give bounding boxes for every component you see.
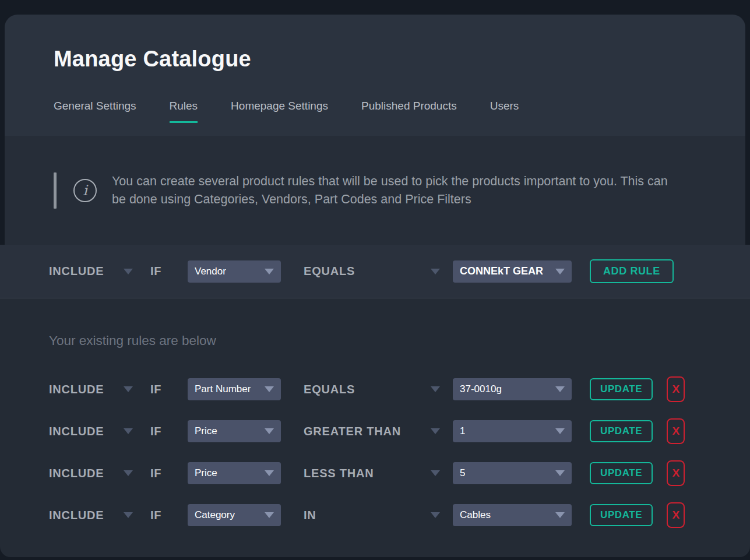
chevron-down-icon xyxy=(265,386,274,392)
rule-operator-label[interactable]: EQUALS xyxy=(304,383,431,396)
rule-operator-label[interactable]: LESS THAN xyxy=(304,467,431,480)
chevron-down-icon[interactable] xyxy=(431,269,440,274)
chevron-down-icon[interactable] xyxy=(431,470,440,476)
update-rule-button[interactable]: UPDATE xyxy=(590,504,653,526)
info-icon: i xyxy=(73,179,97,202)
chevron-down-icon[interactable] xyxy=(124,269,133,274)
delete-rule-button[interactable]: X xyxy=(667,502,685,528)
chevron-down-icon xyxy=(265,512,274,518)
rule-value: 37-0010g xyxy=(460,383,502,395)
rule-action-label[interactable]: INCLUDE xyxy=(49,383,124,396)
rule-value-dropdown[interactable]: 5 xyxy=(453,462,572,484)
rule-value-dropdown[interactable]: 37-0010g xyxy=(453,378,572,400)
tab-rules[interactable]: Rules xyxy=(170,100,198,123)
info-banner-inner: i You can create several product rules t… xyxy=(54,172,683,209)
rule-field-value: Price xyxy=(195,467,217,479)
chevron-down-icon[interactable] xyxy=(124,512,133,518)
rule-operator-label[interactable]: IN xyxy=(304,509,431,522)
add-rule-button[interactable]: ADD RULE xyxy=(590,259,674,283)
chevron-down-icon xyxy=(265,269,274,274)
page-title: Manage Catalogue xyxy=(54,47,745,72)
rule-value: 5 xyxy=(460,467,465,479)
chevron-down-icon[interactable] xyxy=(124,428,133,434)
rule-if-label: IF xyxy=(150,425,188,438)
existing-rules-card: Your existing rules are below INCLUDE IF… xyxy=(0,298,750,557)
manage-catalogue-card: Manage Catalogue General Settings Rules … xyxy=(5,15,745,245)
chevron-down-icon[interactable] xyxy=(124,386,133,392)
rule-builder-row: INCLUDE IF Vendor EQUALS CONNEkT GEAR AD… xyxy=(0,259,750,283)
info-banner: i You can create several product rules t… xyxy=(5,136,745,245)
chevron-down-icon xyxy=(265,470,274,476)
tab-homepage-settings[interactable]: Homepage Settings xyxy=(231,100,328,123)
rule-field-dropdown[interactable]: Price xyxy=(188,462,281,484)
update-rule-button[interactable]: UPDATE xyxy=(590,420,653,442)
chevron-down-icon[interactable] xyxy=(431,428,440,434)
tab-users[interactable]: Users xyxy=(490,100,519,123)
rule-value-dropdown[interactable]: Cables xyxy=(453,504,572,526)
chevron-down-icon xyxy=(555,386,565,392)
rule-builder-band: INCLUDE IF Vendor EQUALS CONNEkT GEAR AD… xyxy=(0,245,750,298)
rule-value: Cables xyxy=(460,509,491,521)
update-rule-button[interactable]: UPDATE xyxy=(590,378,653,400)
existing-rules-heading: Your existing rules are below xyxy=(0,333,750,348)
delete-rule-button[interactable]: X xyxy=(667,376,685,402)
chevron-down-icon xyxy=(265,428,274,434)
builder-field-dropdown[interactable]: Vendor xyxy=(188,260,281,283)
rule-field-value: Price xyxy=(195,425,217,437)
rule-row-4: INCLUDE IF Category IN Cables xyxy=(0,502,750,528)
rule-field-dropdown[interactable]: Price xyxy=(188,420,281,442)
chevron-down-icon xyxy=(555,428,565,434)
builder-operator-label[interactable]: EQUALS xyxy=(304,265,431,278)
rule-if-label: IF xyxy=(150,509,188,522)
rule-operator-label[interactable]: GREATER THAN xyxy=(304,425,431,438)
builder-value-dropdown[interactable]: CONNEkT GEAR xyxy=(453,260,572,283)
chevron-down-icon xyxy=(555,269,565,274)
builder-field-value: Vendor xyxy=(195,266,226,277)
rule-row-1: INCLUDE IF Part Number EQUALS 37-0010g xyxy=(0,376,750,402)
rule-action-label[interactable]: INCLUDE xyxy=(49,425,124,438)
info-accent-bar xyxy=(54,172,57,209)
builder-action-label[interactable]: INCLUDE xyxy=(49,265,124,278)
delete-rule-button[interactable]: X xyxy=(667,418,685,444)
tab-bar: General Settings Rules Homepage Settings… xyxy=(54,100,745,123)
existing-rules-section: Your existing rules are below INCLUDE IF… xyxy=(0,298,750,557)
chevron-down-icon xyxy=(555,512,565,518)
info-text: You can create several product rules tha… xyxy=(112,172,683,209)
rule-if-label: IF xyxy=(150,467,188,480)
rule-field-dropdown[interactable]: Category xyxy=(188,504,281,526)
rule-field-dropdown[interactable]: Part Number xyxy=(188,378,281,400)
rule-value: 1 xyxy=(460,425,465,437)
chevron-down-icon[interactable] xyxy=(124,470,133,476)
update-rule-button[interactable]: UPDATE xyxy=(590,462,653,484)
tab-general-settings[interactable]: General Settings xyxy=(54,100,136,123)
header-section: Manage Catalogue General Settings Rules … xyxy=(5,15,745,136)
rule-value-dropdown[interactable]: 1 xyxy=(453,420,572,442)
tab-published-products[interactable]: Published Products xyxy=(361,100,457,123)
chevron-down-icon[interactable] xyxy=(431,386,440,392)
delete-rule-button[interactable]: X xyxy=(667,460,685,486)
chevron-down-icon[interactable] xyxy=(431,512,440,518)
rule-if-label: IF xyxy=(150,383,188,396)
rule-action-label[interactable]: INCLUDE xyxy=(49,467,124,480)
builder-value: CONNEkT GEAR xyxy=(460,265,543,277)
rule-row-3: INCLUDE IF Price LESS THAN 5 xyxy=(0,460,750,486)
builder-if-label: IF xyxy=(150,265,188,278)
rule-field-value: Category xyxy=(195,509,235,521)
rule-action-label[interactable]: INCLUDE xyxy=(49,509,124,522)
rule-row-2: INCLUDE IF Price GREATER THAN 1 xyxy=(0,418,750,444)
chevron-down-icon xyxy=(555,470,565,476)
rule-field-value: Part Number xyxy=(195,383,251,395)
existing-rules-list: INCLUDE IF Part Number EQUALS 37-0010g xyxy=(0,376,750,528)
